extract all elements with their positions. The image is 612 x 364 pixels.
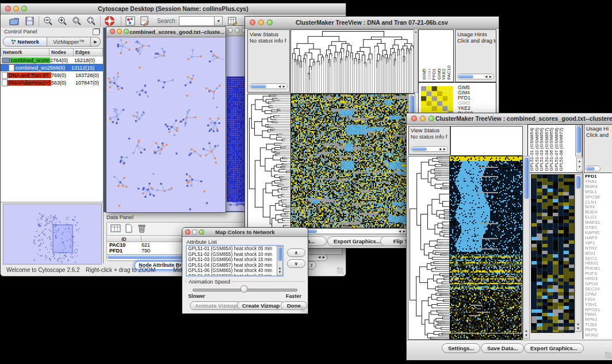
treeview2-buttonbar: Settings... Save Data... Export Graphics… [407, 340, 612, 359]
animation-speed-group: Animation Speed Slower Faster [185, 281, 305, 299]
main-titlebar[interactable]: Cytoscape Desktop (Session Name: collins… [1, 3, 346, 14]
view-status-text: No status info f [409, 133, 450, 140]
minimize-icon[interactable] [235, 28, 240, 33]
resize-grip[interactable] [605, 352, 611, 358]
net-col-nodes[interactable]: Nodes [49, 48, 74, 56]
status-hscrollbar[interactable]: ◀ ▶ [411, 146, 448, 152]
attribute-item[interactable]: GPL51-06 (GSM865) heat shock 40 min [187, 268, 282, 274]
search-input[interactable] [179, 16, 215, 26]
resize-grip[interactable] [301, 306, 307, 313]
tab-more-arrow[interactable]: ▶ [91, 37, 101, 47]
zoom-heatmap[interactable] [531, 174, 575, 333]
resize-grip[interactable] [337, 267, 343, 274]
control-panel-title: Control Panel [4, 28, 37, 35]
row-dendrogram[interactable] [247, 94, 291, 236]
net-col-edges[interactable]: Edges [74, 48, 103, 56]
minimize-icon[interactable] [192, 229, 197, 235]
gene-label[interactable]: MON2 [585, 333, 612, 338]
status-welcome: Welcome to Cytoscape 2.6.2 [6, 267, 80, 273]
zoom-window-icon[interactable] [124, 29, 129, 34]
attribute-item[interactable]: GPL51-03 (GSM856) heat shock 15 min [187, 257, 282, 263]
export-graphics-button[interactable]: Export Graphics... [524, 343, 584, 353]
close-icon[interactable] [228, 28, 233, 33]
attribute-item[interactable]: GPL51-01 (GSM854) heat shock 05 min [187, 246, 282, 252]
birdseye-view[interactable] [3, 204, 102, 265]
close-icon[interactable] [411, 116, 417, 121]
network-row[interactable]: combined_scores 2764(0) 16218(0) [1, 56, 103, 64]
network-overview-icon[interactable] [125, 16, 136, 26]
tab-vizmapper[interactable]: VizMapper™ [47, 37, 91, 47]
attribute-select-icon[interactable] [110, 224, 121, 235]
close-icon[interactable] [110, 29, 115, 34]
col-dendro-scroll[interactable]: ▲ [414, 29, 418, 93]
treeview-combined-window: ClusterMaker TreeView : combined_scores_… [406, 113, 612, 361]
column-dendrogram[interactable] [290, 29, 415, 94]
attribute-item[interactable]: GPL51-04 (GSM857) heat shock 20 min [187, 263, 282, 269]
minimize-icon[interactable] [258, 20, 264, 25]
col-label[interactable]: PAC10 [447, 66, 452, 80]
network-row-selected[interactable]: combined_sco 2569(6) 13112(15) [1, 64, 103, 71]
zoom-window-icon[interactable] [429, 116, 434, 121]
slower-label: Slower [188, 293, 205, 299]
zoom-selected-icon[interactable] [71, 16, 82, 26]
zoom-window-icon[interactable] [199, 229, 204, 235]
zoom-fit-icon[interactable] [86, 16, 97, 26]
delete-attribute-icon[interactable] [137, 224, 148, 235]
attribute-item[interactable]: GPL51-07 (GSM868) heat shock 60 min [187, 274, 282, 277]
net-col-network[interactable]: Network [1, 48, 49, 56]
float-panel-icon[interactable] [93, 29, 100, 35]
minimize-icon[interactable] [117, 29, 122, 34]
settings-button[interactable]: Settings... [442, 343, 480, 353]
attribute-list[interactable]: GPL51-01 (GSM854) heat shock 05 min GPL5… [186, 245, 284, 277]
usage-hints-panel: Usage Hints Click and drag tc ◀ ▶ [455, 29, 496, 82]
animate-vizmap-button[interactable]: Animate Vizmap [190, 301, 242, 310]
save-icon[interactable] [24, 16, 35, 26]
search-dropdown-arrow[interactable]: ▼ [215, 16, 223, 26]
main-window-title: Cytoscape Desktop (Session Name: collins… [1, 3, 346, 14]
close-icon[interactable] [250, 20, 255, 25]
network-view-canvas[interactable] [106, 37, 224, 212]
close-icon[interactable] [185, 229, 190, 235]
attribute-item[interactable]: GPL51-02 (GSM855) heat shock 10 min [187, 252, 282, 258]
network-row[interactable]: DNA and Tran 07 769(0) 183728(0) [1, 71, 103, 79]
move-down-button[interactable]: ∨ [287, 259, 305, 268]
network-row[interactable]: RNAPuberNov2+| 563(0) 107847(0) [1, 79, 103, 86]
col-labels-arrows[interactable]: ▲▼ [576, 158, 583, 171]
network-tab-icon [11, 39, 16, 44]
create-vizmap-button[interactable]: Create Vizmap [237, 301, 285, 310]
zoom-in-icon[interactable] [57, 16, 68, 26]
data-col-id[interactable]: ID [107, 235, 141, 242]
row-dendrogram[interactable] [408, 156, 450, 340]
data-panel-title: Data Panel [106, 214, 133, 220]
view-status-panel: View Status No status info f ◀ ▶ [408, 126, 450, 155]
network-tree-empty [1, 89, 103, 202]
control-panel: Control Panel Network VizMapper™ ▶ Netwo… [1, 28, 104, 263]
annotation-icon[interactable] [139, 16, 150, 26]
minimize-icon[interactable] [13, 6, 19, 12]
minimize-icon[interactable] [420, 116, 426, 121]
zoom-window-icon[interactable] [267, 20, 273, 25]
save-data-button[interactable]: Save Data... [481, 343, 524, 353]
move-up-button[interactable]: ∧ [287, 248, 305, 257]
usage-hscrollbar[interactable]: ◀ ▶ [457, 74, 494, 79]
status-hscrollbar[interactable]: ◀ ▶ [250, 83, 288, 89]
zoom-out-icon[interactable] [43, 16, 53, 26]
heatmap-vscrollbar[interactable]: ▲▼ [523, 156, 530, 339]
attribute-list-vscrollbar[interactable]: ▲▼ [277, 246, 283, 275]
close-icon[interactable] [5, 6, 11, 12]
export-graphics-button[interactable]: Export Graphics... [327, 236, 387, 246]
col-labels-vscrollbar[interactable] [575, 125, 582, 156]
open-file-icon[interactable] [9, 16, 20, 26]
tab-network[interactable]: Network [3, 37, 47, 47]
zoom-heatmap-matrix[interactable] [421, 86, 453, 116]
new-attribute-icon[interactable] [124, 224, 135, 235]
speed-slider-thumb[interactable] [240, 285, 248, 293]
col-label[interactable]: GPL51-08 (GSM872) [559, 128, 564, 171]
column-dendrogram-area[interactable] [450, 126, 523, 156]
usage-hscrollbar[interactable] [586, 166, 600, 171]
zoom-vscrollbar[interactable]: ▲▼ [575, 174, 582, 332]
zoom-window-icon[interactable] [21, 6, 27, 12]
global-heatmap[interactable] [290, 94, 409, 228]
usage-hints-text: Click and drag tc [456, 37, 496, 44]
help-lifebuoy-icon[interactable] [104, 16, 115, 26]
